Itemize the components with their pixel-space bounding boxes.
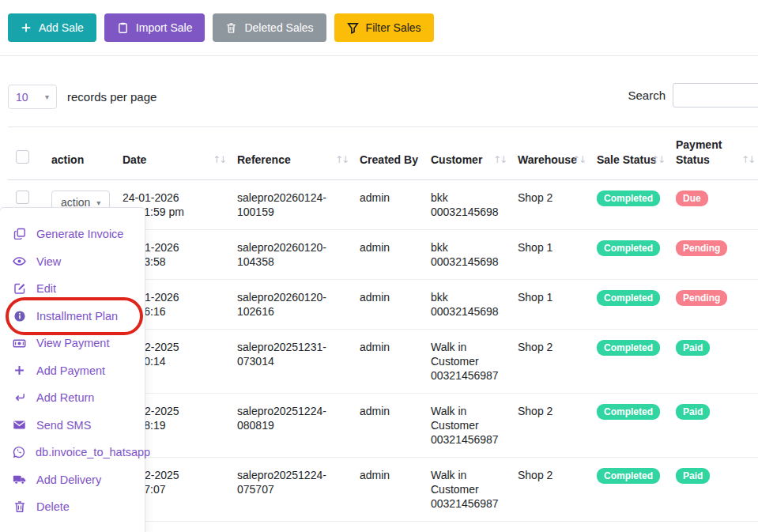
trash-icon	[225, 22, 237, 34]
cash-icon	[13, 337, 26, 350]
sale-status-badge: Completed	[597, 468, 660, 484]
menu-item-installment-plan[interactable]: Installment Plan	[0, 303, 145, 330]
cell-warehouse: Shop 2	[510, 330, 589, 394]
menu-item-send-sms[interactable]: Send SMS	[0, 412, 145, 440]
cell-created-by: admin	[352, 394, 423, 458]
sale-status-badge: Completed	[597, 290, 660, 306]
cell-warehouse: Shop 2	[510, 394, 589, 458]
payment-status-badge: Pending	[676, 290, 727, 306]
menu-item-add-payment[interactable]: Add Payment	[0, 357, 145, 385]
cell-customer: Walk in Customer 00321456987	[423, 394, 510, 458]
header-created-by: Created By	[352, 127, 423, 180]
cell-created-by: admin	[352, 280, 423, 330]
cell-warehouse: Shop 2	[510, 180, 589, 230]
payment-status-badge: Due	[676, 191, 708, 206]
sort-icon[interactable]: ↑↓	[741, 153, 754, 168]
cell-reference: salepro20251218-072157	[229, 522, 352, 532]
chevron-down-icon: ▾	[45, 92, 49, 101]
cell-created-by: admin	[352, 458, 423, 522]
deleted-sales-button[interactable]: Deleted Sales	[213, 13, 326, 42]
menu-item-view-payment[interactable]: View Payment	[0, 330, 145, 357]
payment-status-badge: Paid	[676, 468, 710, 484]
add-sale-button[interactable]: Add Sale	[8, 13, 96, 42]
sale-status-badge: Completed	[597, 340, 660, 356]
delete-icon	[13, 500, 26, 513]
cell-customer: bkk 00032145698	[423, 180, 510, 230]
toolbar: Add Sale Import Sale Deleted Sales Filte…	[0, 0, 758, 42]
cell-created-by: admin	[352, 180, 423, 230]
cell-reference: salepro20260120-104358	[229, 230, 352, 280]
cell-warehouse: Shop 1	[510, 230, 589, 280]
payment-status-badge: Paid	[676, 404, 710, 420]
truck-icon	[13, 473, 26, 486]
menu-item-delete[interactable]: Delete	[0, 493, 145, 521]
sale-status-badge: Completed	[597, 191, 660, 206]
menu-item-add-delivery[interactable]: Add Delivery	[0, 466, 145, 494]
edit-icon	[13, 282, 26, 295]
cell-customer: Walk in Customer 00321456987	[423, 458, 510, 522]
cell-customer: Walk in Customer 00321456987	[423, 522, 510, 532]
search-input[interactable]	[673, 83, 758, 108]
sort-icon[interactable]: ↑↓	[213, 153, 225, 168]
whatsapp-icon	[13, 446, 25, 458]
sales-page: Add Sale Import Sale Deleted Sales Filte…	[0, 0, 758, 532]
menu-item-edit[interactable]: Edit	[0, 275, 145, 303]
sort-icon[interactable]: ↑↓	[572, 153, 585, 168]
envelope-icon	[13, 418, 26, 432]
menu-item-add-return[interactable]: Add Return	[0, 384, 145, 412]
row-checkbox[interactable]	[16, 191, 29, 204]
sort-icon[interactable]: ↑↓	[335, 153, 348, 168]
header-sale-status[interactable]: Sale Status↑↓	[589, 127, 668, 180]
page-size-select[interactable]: 10 ▾	[8, 85, 57, 109]
search-label: Search	[628, 89, 666, 102]
sort-icon[interactable]: ↑↓	[651, 153, 664, 168]
action-dropdown-menu: Generate Invoice View Edit Installment P…	[0, 207, 145, 532]
cell-customer: bkk 00032145698	[423, 230, 510, 280]
cell-created-by: admin	[352, 230, 423, 280]
header-reference[interactable]: Reference↑↓	[229, 127, 352, 180]
cell-reference: salepro20260124-100159	[229, 180, 352, 230]
cell-warehouse: Shop 2	[510, 458, 589, 522]
info-icon	[13, 310, 26, 323]
import-sale-button[interactable]: Import Sale	[104, 13, 206, 42]
cell-warehouse: Shop 2	[510, 522, 589, 532]
menu-item-generate-invoice[interactable]: Generate Invoice	[0, 221, 145, 248]
page-size-label: records per page	[67, 90, 157, 104]
paste-icon	[117, 22, 129, 34]
header-checkbox-cell	[8, 127, 43, 180]
cell-reference: salepro20251231-073014	[229, 330, 352, 394]
page-size-value: 10	[16, 91, 28, 104]
return-icon	[13, 391, 26, 404]
cell-customer: Walk in Customer 00321456987	[423, 330, 510, 394]
eye-icon	[13, 255, 26, 268]
cell-customer: bkk 00032145698	[423, 280, 510, 330]
cell-reference: salepro20251224-075707	[229, 458, 352, 522]
plus-icon	[21, 22, 32, 33]
plus-icon	[13, 364, 26, 376]
header-action: action	[43, 127, 115, 180]
cell-warehouse: Shop 1	[510, 280, 589, 330]
cell-reference: salepro20260120-102616	[229, 280, 352, 330]
sale-status-badge: Completed	[597, 404, 660, 420]
copy-icon	[13, 228, 26, 240]
payment-status-badge: Pending	[676, 240, 727, 256]
select-all-checkbox[interactable]	[16, 150, 29, 164]
chevron-down-icon: ▾	[96, 198, 100, 207]
header-customer[interactable]: Customer↑↓	[423, 127, 510, 180]
sale-status-badge: Completed	[597, 240, 660, 256]
cell-created-by: admin	[352, 330, 423, 394]
header-date[interactable]: Date↑↓	[115, 127, 229, 180]
filter-sales-button[interactable]: Filter Sales	[334, 13, 434, 42]
table-controls: 10 ▾ records per page Search	[0, 56, 758, 109]
header-warehouse[interactable]: Warehouse↑↓	[510, 127, 589, 180]
menu-item-invoice-to-whatsapp[interactable]: db.invoice_to_hatsapp	[0, 439, 145, 466]
cell-created-by: admin	[352, 522, 423, 532]
table-header-row: action Date↑↓ Reference↑↓ Created By Cus…	[8, 127, 758, 180]
cell-reference: salepro20251224-080819	[229, 394, 352, 458]
header-payment-status[interactable]: Payment Status↑↓	[668, 127, 758, 180]
funnel-icon	[347, 22, 359, 34]
menu-item-view[interactable]: View	[0, 248, 145, 276]
sort-icon[interactable]: ↑↓	[493, 153, 506, 168]
payment-status-badge: Paid	[676, 340, 710, 356]
